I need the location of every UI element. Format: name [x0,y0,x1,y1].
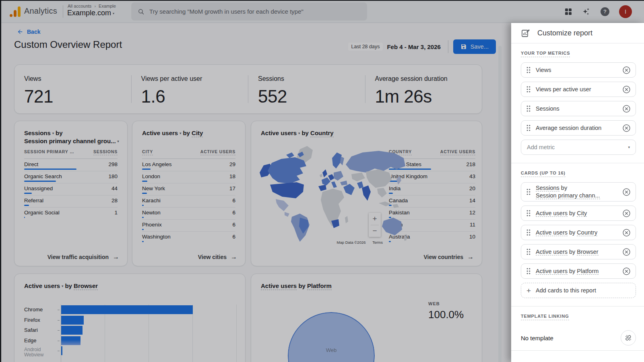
remove-card-button[interactable] [622,209,631,218]
link-off-icon [624,334,632,342]
card-chip-label: Active users by Browser [536,248,619,256]
metric-chip-label: Average session duration [536,124,619,132]
drag-handle[interactable] [526,229,530,236]
remove-metric-button[interactable] [622,66,631,74]
add-cards-label: Add cards to this report [536,287,596,294]
metric-chip[interactable]: Sessions [521,101,636,116]
remove-card-button[interactable] [622,248,631,256]
chip-label-part: Browser [577,249,598,255]
metric-chip-list: ViewsViews per active userSessionsAverag… [511,62,644,136]
remove-icon [622,124,631,132]
card-chip-label: Active users by Country [536,229,619,237]
drag-handle[interactable] [526,67,530,73]
remove-icon [622,248,631,256]
card-chip-line: Sessions by [536,184,619,192]
template-name: No template [521,335,621,341]
drag-handle-icon [526,67,530,73]
drag-handle-icon [526,86,530,93]
remove-card-button[interactable] [622,267,631,276]
drag-handle-icon [526,105,530,112]
window-edge-top [0,0,644,1]
drag-handle-icon [526,125,530,131]
metric-chip-label: Sessions [536,105,619,113]
card-chip-line: Session primary chann... [536,192,619,200]
chip-label-part: Platform [577,268,599,275]
card-chip-list: Sessions bySession primary chann...Activ… [511,182,644,279]
chevron-down-icon: ▾ [628,145,630,149]
drag-handle[interactable] [526,189,530,195]
chip-label-part: Session primary chann... [536,192,600,199]
remove-card-button[interactable] [622,228,631,237]
remove-icon [622,66,631,74]
card-chip-line: Active users by City [536,210,619,217]
chip-label-part: Active users [536,249,568,255]
card-chip[interactable]: Sessions bySession primary chann... [521,182,636,202]
metric-chip-label: Views [536,66,619,74]
section-label-cards: CARDS (UP TO 16) [521,171,566,177]
chip-label-part: Active users [536,268,568,275]
card-chip-line: Active users by Platform [536,267,619,275]
metric-chip-label: Views per active user [536,86,619,93]
card-chip[interactable]: Active users by Platform [521,263,636,279]
customize-report-panel: Customize report YOUR TOP METRICS ViewsV… [511,23,644,362]
remove-metric-button[interactable] [622,105,631,113]
remove-metric-button[interactable] [622,85,631,94]
remove-metric-button[interactable] [622,124,631,132]
drag-handle-icon [526,249,530,255]
customize-report-icon [521,28,530,38]
panel-title: Customize report [537,29,592,37]
remove-icon [622,85,631,94]
chip-label-part: Country [577,229,597,236]
remove-card-button[interactable] [622,188,631,196]
card-chip-label: Active users by City [536,210,619,217]
remove-icon [622,188,631,196]
chip-label-part: by [568,249,577,255]
window-edge-left [0,0,1,362]
card-chip-line: Active users by Country [536,229,619,237]
drag-handle[interactable] [526,249,530,255]
add-metric-placeholder: Add metric [527,144,628,150]
chip-label-part: by [568,210,577,216]
drag-handle-icon [526,268,530,274]
section-label-template-linking: TEMPLATE LINKING [521,314,569,320]
chip-label-part: Active users [536,210,568,217]
metric-chip[interactable]: Views [521,62,636,78]
card-chip[interactable]: Active users by Country [521,225,636,240]
card-chip-line: Active users by Browser [536,248,619,256]
add-cards-button[interactable]: + Add cards to this report [521,283,636,298]
chip-label-part: City [577,210,587,217]
card-chip-label: Active users by Platform [536,267,619,275]
card-chip-label: Sessions bySession primary chann... [536,184,619,200]
analytics-app: Analytics All accounts › Example Example… [0,0,644,362]
drag-handle[interactable] [526,105,530,112]
drag-handle[interactable] [526,210,530,216]
drag-handle[interactable] [526,86,530,93]
chip-label-part: Active users [536,229,568,236]
drag-handle-icon [526,229,530,236]
drag-handle[interactable] [526,268,530,274]
plus-icon: + [526,287,531,294]
chip-label-part: by [568,268,577,274]
drag-handle-icon [526,189,530,195]
metric-chip[interactable]: Average session duration [521,120,636,136]
chip-label-part: by [559,185,567,191]
metric-chip[interactable]: Views per active user [521,82,636,97]
drag-handle[interactable] [526,125,530,131]
chip-label-part: Sessions [536,185,559,191]
chip-label-part: by [568,229,577,236]
remove-icon [622,209,631,218]
add-metric-dropdown[interactable]: Add metric ▾ [521,140,636,155]
card-chip[interactable]: Active users by Browser [521,244,636,259]
unlink-template-button[interactable] [621,330,636,346]
remove-icon [622,228,631,237]
card-chip[interactable]: Active users by City [521,206,636,221]
section-label-top-metrics: YOUR TOP METRICS [521,51,570,57]
remove-icon [622,105,631,113]
drag-handle-icon [526,210,530,216]
remove-icon [622,267,631,276]
